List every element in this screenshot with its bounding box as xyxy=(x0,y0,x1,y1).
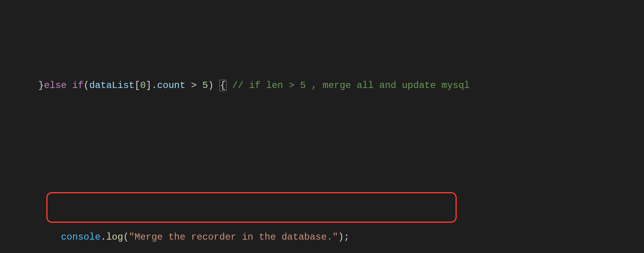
code-line-blank xyxy=(0,132,644,152)
string-literal: "Merge the recorder in the database." xyxy=(129,232,338,242)
paren-close: ) xyxy=(208,80,214,91)
comment: // if len > 5 , merge all and update mys… xyxy=(232,80,470,91)
bracket-open: [ xyxy=(134,80,140,91)
prop-count: count xyxy=(157,80,185,91)
brace-close: } xyxy=(38,80,44,91)
dot: . xyxy=(152,80,157,91)
semicolon: ; xyxy=(344,232,349,242)
indent xyxy=(38,232,61,242)
fn-log: log xyxy=(106,232,123,242)
bracket-close: ] xyxy=(146,80,151,91)
var-dataList: dataList xyxy=(89,80,134,91)
keyword-else: else xyxy=(44,80,67,91)
brace-open-matched: { xyxy=(220,80,227,91)
code-line: console.log("Merge the recorder in the d… xyxy=(0,208,644,227)
space xyxy=(227,80,232,91)
paren-open: ( xyxy=(84,80,89,91)
obj-console: console xyxy=(61,232,101,242)
keyword-if: if xyxy=(72,80,84,91)
space xyxy=(214,80,219,91)
dot: . xyxy=(101,232,106,242)
num-five: 5 xyxy=(202,80,208,91)
code-editor[interactable]: }else if(dataList[0].count > 5) { // if … xyxy=(0,0,644,253)
space xyxy=(197,80,202,91)
paren-open: ( xyxy=(123,232,129,242)
paren-close: ) xyxy=(338,232,344,242)
space xyxy=(185,80,191,91)
code-line: }else if(dataList[0].count > 5) { // if … xyxy=(0,57,644,76)
num-zero: 0 xyxy=(140,80,146,91)
space xyxy=(67,80,72,91)
op-gt: > xyxy=(191,80,197,91)
